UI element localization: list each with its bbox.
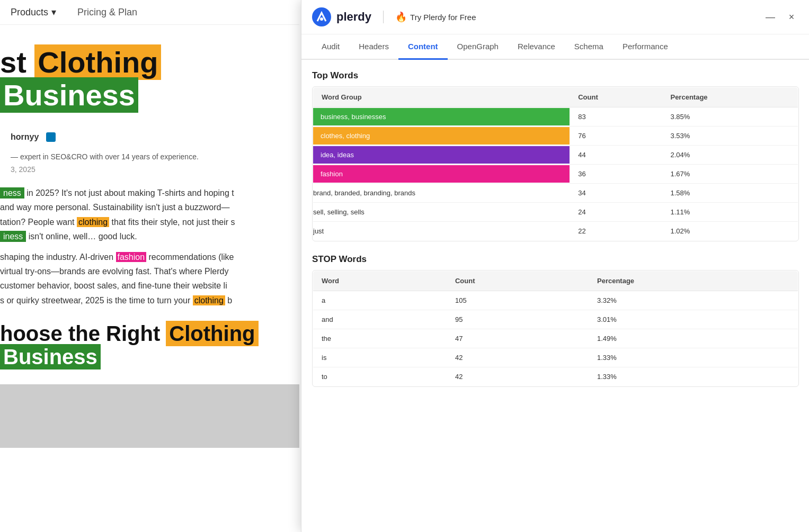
- word-group-bar: business, businesses: [313, 108, 570, 125]
- top-words-title: Top Words: [312, 70, 799, 81]
- percentage-cell: 1.67%: [662, 165, 798, 184]
- stop-percentage-cell: 3.01%: [589, 310, 798, 329]
- inline-green-2: iness: [0, 231, 26, 242]
- count-cell: 76: [570, 127, 662, 146]
- stop-percentage-cell: 1.49%: [589, 329, 798, 348]
- plerdy-cta[interactable]: 🔥 Try Plerdy for Free: [395, 11, 476, 23]
- background-website: Products ▾ Pricing & Plan st Clothing Bu…: [0, 0, 299, 532]
- hero-prefix: st: [0, 46, 34, 79]
- count-cell: 24: [570, 203, 662, 222]
- plerdy-logo: plerdy 🔥 Try Plerdy for Free: [312, 7, 476, 26]
- plerdy-header: plerdy 🔥 Try Plerdy for Free — ×: [301, 0, 809, 34]
- stop-words-title: STOP Words: [312, 254, 799, 265]
- count-cell: 83: [570, 107, 662, 127]
- plerdy-logo-icon: [312, 7, 331, 26]
- percentage-cell: 1.02%: [662, 222, 798, 241]
- author-desc: — expert in SEO&CRO with over 14 years o…: [0, 152, 299, 161]
- stop-words-header-row: Word Count Percentage: [313, 271, 798, 291]
- table-row: brand, branded, branding, brands341.58%: [313, 184, 798, 203]
- plerdy-tabs: Audit Headers Content OpenGraph Relevanc…: [301, 34, 809, 60]
- table-row: a1053.32%: [313, 291, 798, 310]
- article-body: ness in 2025? It's not just about making…: [0, 178, 299, 384]
- close-button[interactable]: ×: [784, 10, 799, 24]
- word-group-bar: fashion: [313, 165, 570, 183]
- word-group-bar: idea, ideas: [313, 146, 570, 164]
- percentage-cell: 3.85%: [662, 107, 798, 127]
- table-row: to421.33%: [313, 367, 798, 386]
- percentage-cell: 3.53%: [662, 127, 798, 146]
- article-image: [0, 384, 299, 448]
- word-group-cell: business, businesses: [313, 107, 570, 127]
- products-menu[interactable]: Products ▾: [11, 6, 56, 18]
- svg-point-1: [320, 17, 323, 21]
- tab-relevance[interactable]: Relevance: [508, 34, 565, 60]
- top-words-section: Top Words Word Group Count Percentage bu…: [312, 70, 799, 241]
- top-words-header-row: Word Group Count Percentage: [313, 87, 798, 107]
- col-count: Count: [570, 87, 662, 107]
- tab-content[interactable]: Content: [398, 34, 448, 60]
- word-group-cell: sell, selling, sells: [313, 203, 570, 222]
- stop-word-cell: is: [313, 348, 447, 367]
- tab-schema[interactable]: Schema: [565, 34, 613, 60]
- percentage-cell: 1.58%: [662, 184, 798, 203]
- inline-clothing: clothing: [77, 217, 109, 227]
- article-para-1: ness in 2025? It's not just about making…: [0, 186, 299, 250]
- count-cell: 22: [570, 222, 662, 241]
- products-label: Products: [11, 7, 48, 18]
- stop-percentage-cell: 1.33%: [589, 348, 798, 367]
- col-percentage: Percentage: [662, 87, 798, 107]
- plerdy-panel: plerdy 🔥 Try Plerdy for Free — × Audit H…: [301, 0, 809, 532]
- table-row: and953.01%: [313, 310, 798, 329]
- tab-headers[interactable]: Headers: [349, 34, 398, 60]
- table-row: business, businesses833.85%: [313, 107, 798, 127]
- table-row: clothes, clothing763.53%: [313, 127, 798, 146]
- article-para-2: shaping the industry. AI-driven fashion …: [0, 250, 299, 314]
- author-name: hornyy: [11, 132, 39, 142]
- table-row: is421.33%: [313, 348, 798, 367]
- stop-col-word: Word: [313, 271, 447, 291]
- stop-word-cell: the: [313, 329, 447, 348]
- minimize-button[interactable]: —: [763, 10, 778, 24]
- section-heading: hoose the Right Clothing Business: [0, 314, 299, 376]
- word-group-cell: clothes, clothing: [313, 127, 570, 146]
- stop-count-cell: 42: [447, 367, 589, 386]
- website-nav: Products ▾ Pricing & Plan: [0, 0, 299, 25]
- table-row: the471.49%: [313, 329, 798, 348]
- stop-word-cell: to: [313, 367, 447, 386]
- products-arrow: ▾: [51, 6, 56, 18]
- word-group-cell: fashion: [313, 165, 570, 184]
- count-cell: 44: [570, 146, 662, 165]
- stop-count-cell: 42: [447, 348, 589, 367]
- heading-business: Business: [0, 344, 101, 369]
- table-row: idea, ideas442.04%: [313, 146, 798, 165]
- tab-performance[interactable]: Performance: [613, 34, 678, 60]
- top-words-table-wrapper[interactable]: Word Group Count Percentage business, bu…: [312, 86, 799, 241]
- table-row: fashion361.67%: [313, 165, 798, 184]
- inline-green-1: ness: [0, 187, 24, 199]
- pricing-label: Pricing & Plan: [77, 7, 137, 18]
- table-row: just221.02%: [313, 222, 798, 241]
- word-group-bar: clothes, clothing: [313, 127, 570, 145]
- stop-words-table-wrapper[interactable]: Word Count Percentage a1053.32%and953.01…: [312, 270, 799, 387]
- stop-words-table: Word Count Percentage a1053.32%and953.01…: [313, 270, 798, 386]
- percentage-cell: 2.04%: [662, 146, 798, 165]
- stop-count-cell: 105: [447, 291, 589, 310]
- stop-words-section: STOP Words Word Count Percentage a1053.3…: [312, 254, 799, 387]
- plerdy-brand-name: plerdy: [336, 10, 371, 24]
- word-group-cell: brand, branded, branding, brands: [313, 184, 570, 203]
- header-controls: — ×: [763, 10, 799, 24]
- header-divider: [383, 11, 384, 23]
- stop-count-cell: 47: [447, 329, 589, 348]
- publish-date: 3, 2025: [0, 161, 299, 178]
- tab-audit[interactable]: Audit: [312, 34, 349, 60]
- cta-label: Try Plerdy for Free: [410, 13, 476, 22]
- stop-col-percentage: Percentage: [589, 271, 798, 291]
- tab-opengraph[interactable]: OpenGraph: [448, 34, 508, 60]
- stop-word-cell: and: [313, 310, 447, 329]
- percentage-cell: 1.11%: [662, 203, 798, 222]
- linkedin-icon: [46, 132, 56, 142]
- word-group-cell: just: [313, 222, 570, 241]
- flame-icon: 🔥: [395, 11, 407, 23]
- stop-percentage-cell: 1.33%: [589, 367, 798, 386]
- stop-count-cell: 95: [447, 310, 589, 329]
